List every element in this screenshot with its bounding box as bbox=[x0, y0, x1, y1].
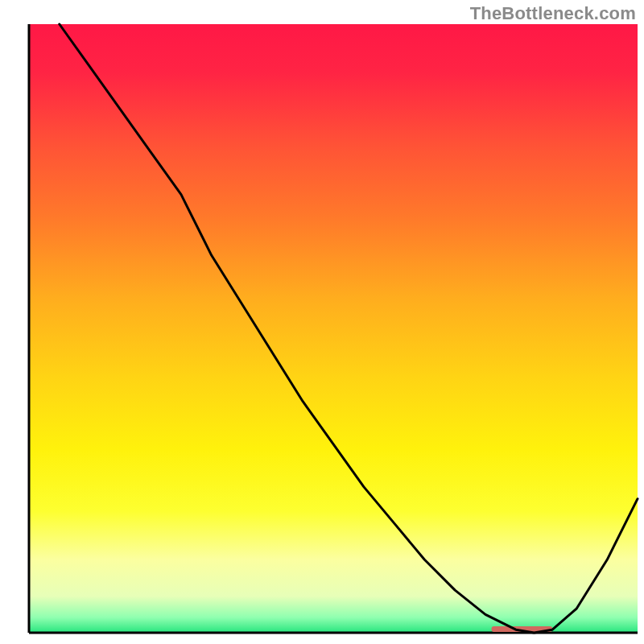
watermark-text: TheBottleneck.com bbox=[470, 3, 636, 24]
chart-svg bbox=[0, 0, 644, 644]
chart-container: TheBottleneck.com bbox=[0, 0, 644, 644]
gradient-background bbox=[29, 24, 638, 633]
